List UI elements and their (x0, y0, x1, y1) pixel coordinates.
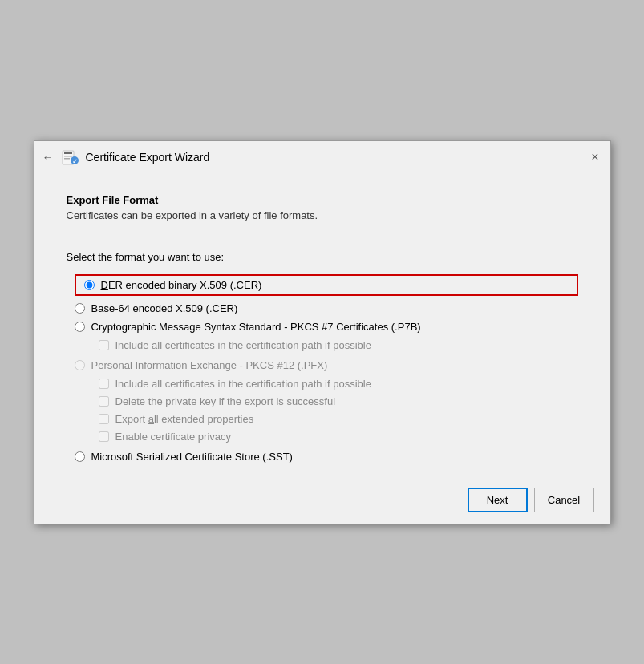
svg-rect-3 (64, 158, 70, 160)
label-pfx-privacy: Enable certificate privacy (115, 431, 232, 443)
label-base64: Base-64 encoded X.509 (.CER) (91, 302, 238, 314)
chk-pfx-privacy (99, 431, 109, 442)
label-pkcs7: Cryptographic Message Syntax Standard - … (91, 321, 421, 333)
option-sst-row[interactable]: Microsoft Serialized Certificate Store (… (75, 451, 578, 463)
label-pfx-delete: Delete the private key if the export is … (115, 395, 336, 407)
pfx-sub-options: Include all certificates in the certific… (99, 378, 578, 443)
option-der-row[interactable]: DER encoded binary X.509 (.CER) (75, 274, 578, 296)
chk-pfx-delete (99, 396, 109, 407)
chk-pfx-extended (99, 414, 109, 424)
svg-text:✓: ✓ (71, 158, 77, 165)
divider (67, 233, 578, 233)
label-pfx-certs: Include all certificates in the certific… (115, 378, 371, 390)
label-pfx-extended: Export all extended properties (115, 413, 254, 425)
option-pkcs7-certs-row: Include all certificates in the certific… (99, 339, 578, 351)
option-base64-row[interactable]: Base-64 encoded X.509 (.CER) (75, 302, 578, 314)
option-pfx-row: Personal Information Exchange - PKCS #12… (75, 359, 578, 371)
close-button[interactable]: × (588, 149, 601, 165)
svg-rect-2 (64, 156, 72, 157)
title-bar-left: ← ✓ Certificate Export Wizard (43, 148, 210, 167)
back-button[interactable]: ← (43, 151, 54, 164)
footer: Next Cancel (34, 476, 610, 524)
window-title: Certificate Export Wizard (86, 151, 210, 164)
label-pfx: Personal Information Exchange - PKCS #12… (91, 359, 328, 371)
radio-base64[interactable] (75, 303, 85, 314)
next-button[interactable]: Next (468, 488, 528, 512)
radio-der[interactable] (84, 280, 95, 290)
radio-pfx (75, 360, 85, 370)
chk-pkcs7-certs (99, 340, 109, 350)
option-pfx-delete-row: Delete the private key if the export is … (99, 395, 578, 407)
wizard-window: ← ✓ Certificate Export Wizard × Export F… (34, 140, 611, 524)
radio-sst[interactable] (75, 451, 85, 462)
chk-pfx-certs (99, 379, 109, 389)
cancel-button[interactable]: Cancel (534, 488, 594, 512)
radio-pkcs7[interactable] (75, 322, 85, 332)
format-prompt: Select the format you want to use: (67, 251, 578, 263)
content-area: Export File Format Certificates can be e… (34, 172, 610, 476)
label-pkcs7-certs: Include all certificates in the certific… (115, 339, 371, 351)
option-pfx-extended-row: Export all extended properties (99, 413, 578, 425)
options-list: DER encoded binary X.509 (.CER) Base-64 … (75, 274, 578, 463)
option-pfx-privacy-row: Enable certificate privacy (99, 431, 578, 443)
option-pkcs7-row[interactable]: Cryptographic Message Syntax Standard - … (75, 321, 578, 333)
pkcs7-sub-options: Include all certificates in the certific… (99, 339, 578, 351)
label-sst: Microsoft Serialized Certificate Store (… (91, 451, 293, 463)
option-pfx-certs-row: Include all certificates in the certific… (99, 378, 578, 390)
title-bar: ← ✓ Certificate Export Wizard × (34, 141, 610, 172)
section-title: Export File Format (67, 194, 578, 206)
wizard-icon: ✓ (60, 148, 79, 167)
section-desc: Certificates can be exported in a variet… (67, 209, 578, 221)
label-der: DER encoded binary X.509 (.CER) (101, 279, 262, 291)
svg-rect-1 (64, 152, 72, 154)
